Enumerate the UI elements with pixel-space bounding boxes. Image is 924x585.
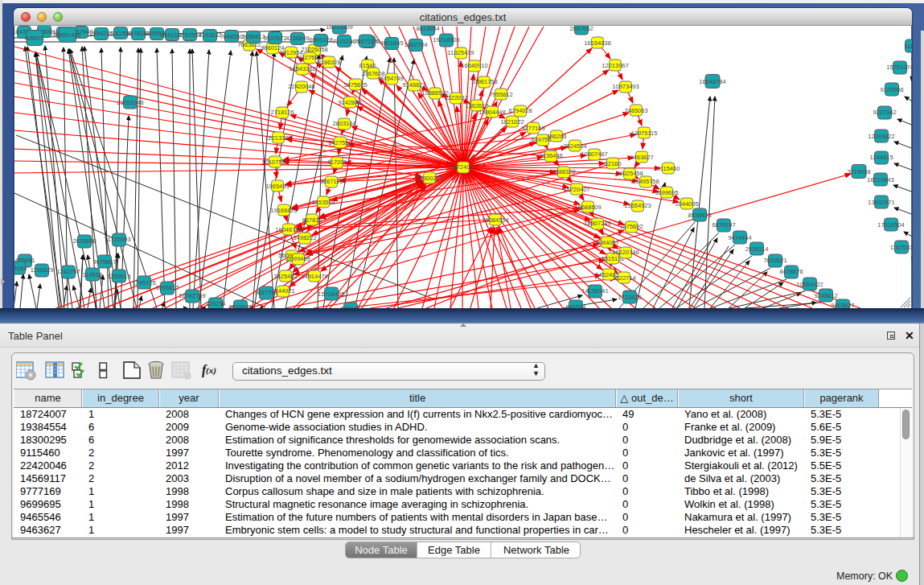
svg-text:19904448: 19904448: [478, 109, 505, 116]
svg-text:16543362: 16543362: [289, 65, 315, 72]
svg-text:3215958: 3215958: [847, 168, 870, 175]
svg-text:12213967: 12213967: [602, 62, 628, 69]
svg-text:7101226: 7101226: [332, 38, 355, 45]
svg-text:13692971: 13692971: [868, 199, 894, 206]
svg-text:22420046: 22420046: [288, 83, 314, 90]
svg-text:(x): (x): [206, 365, 216, 376]
svg-text:25300215: 25300215: [416, 175, 442, 182]
svg-text:867833: 867833: [302, 216, 322, 224]
svg-text:7485063: 7485063: [624, 107, 647, 114]
svg-text:13654923: 13654923: [624, 202, 651, 209]
svg-text:8478676: 8478676: [779, 268, 803, 275]
svg-text:1095817: 1095817: [155, 284, 179, 291]
svg-text:2803144: 2803144: [332, 120, 355, 127]
svg-text:1621022: 1621022: [500, 118, 524, 126]
svg-text:9474444: 9474444: [728, 234, 751, 241]
svg-text:16033809: 16033809: [326, 26, 352, 31]
svg-text:9463627: 9463627: [831, 302, 854, 308]
svg-text:12093822: 12093822: [868, 133, 894, 140]
svg-text:6099489: 6099489: [286, 255, 310, 262]
svg-text:11124: 11124: [904, 43, 912, 50]
svg-text:123234: 123234: [205, 300, 225, 307]
svg-text:8427552: 8427552: [328, 139, 351, 146]
svg-text:16648784: 16648784: [699, 78, 725, 85]
svg-text:7625402: 7625402: [273, 273, 297, 280]
svg-text:17016504: 17016504: [877, 221, 904, 229]
svg-text:10107552: 10107552: [261, 159, 288, 166]
svg-text:39154: 39154: [14, 265, 27, 272]
svg-text:12213303: 12213303: [265, 134, 291, 142]
svg-text:9146821: 9146821: [402, 81, 425, 89]
svg-text:1735993: 1735993: [107, 236, 130, 243]
svg-text:16495758: 16495758: [632, 178, 659, 185]
svg-text:10807487: 10807487: [581, 150, 607, 158]
svg-text:9537672: 9537672: [263, 35, 286, 42]
svg-text:16640910: 16640910: [461, 62, 487, 69]
svg-text:1244415: 1244415: [869, 154, 893, 161]
svg-text:10654122: 10654122: [796, 281, 823, 288]
svg-text:2136446: 2136446: [539, 152, 562, 159]
svg-text:1733426: 1733426: [618, 294, 641, 301]
svg-text:1250515: 1250515: [107, 273, 130, 280]
svg-text:10973493: 10973493: [612, 83, 639, 90]
svg-text:15716485: 15716485: [318, 290, 344, 298]
svg-text:1965493: 1965493: [265, 183, 289, 190]
svg-text:4801845: 4801845: [380, 39, 403, 47]
svg-text:2020656: 2020656: [72, 237, 96, 245]
svg-text:7955812: 7955812: [489, 91, 512, 98]
svg-text:14136141: 14136141: [581, 287, 608, 295]
svg-text:1242757: 1242757: [56, 268, 80, 275]
svg-text:6965328: 6965328: [309, 36, 332, 43]
svg-text:2718126: 2718126: [270, 109, 294, 116]
svg-text:7386322: 7386322: [552, 168, 575, 175]
svg-text:29053346: 29053346: [117, 99, 143, 106]
svg-text:19166825: 19166825: [270, 207, 297, 214]
svg-text:2087652: 2087652: [569, 26, 593, 32]
svg-text:2522714: 2522714: [612, 274, 635, 282]
svg-text:7632621: 7632621: [763, 257, 786, 264]
svg-text:23226058: 23226058: [301, 46, 327, 53]
svg-text:1795725: 1795725: [132, 279, 155, 286]
svg-text:16046788: 16046788: [275, 226, 302, 233]
svg-text:8938923: 8938923: [688, 212, 711, 219]
svg-text:18724007: 18724007: [450, 163, 476, 171]
svg-text:3624554: 3624554: [563, 142, 586, 150]
svg-text:13975115: 13975115: [631, 130, 658, 137]
svg-text:8454749: 8454749: [380, 75, 403, 82]
svg-text:7648350: 7648350: [220, 33, 243, 40]
svg-text:16782759: 16782759: [179, 292, 205, 299]
svg-text:9129966: 9129966: [880, 86, 903, 93]
svg-text:3056413: 3056413: [241, 33, 265, 40]
svg-text:2935114: 2935114: [745, 245, 769, 253]
svg-text:5875685: 5875685: [343, 81, 367, 89]
svg-text:11325419: 11325419: [448, 49, 474, 56]
svg-text:19218506: 19218506: [433, 36, 459, 43]
svg-text:3498222: 3498222: [293, 234, 316, 241]
svg-text:14914479: 14914479: [301, 273, 327, 280]
svg-text:9857791: 9857791: [254, 289, 277, 296]
svg-text:4238849: 4238849: [285, 35, 309, 42]
svg-text:10688609: 10688609: [574, 204, 601, 211]
svg-text:1644095: 1644095: [675, 200, 698, 208]
svg-text:7857224: 7857224: [354, 38, 377, 45]
svg-text:1156829: 1156829: [31, 266, 54, 274]
svg-text:417006: 417006: [326, 159, 347, 166]
svg-text:19384554: 19384554: [482, 216, 508, 224]
svg-text:10961758: 10961758: [470, 78, 497, 85]
svg-text:6794028: 6794028: [508, 107, 532, 114]
svg-text:9245612: 9245612: [814, 292, 837, 299]
svg-text:9242848: 9242848: [338, 99, 361, 106]
svg-text:6322037: 6322037: [444, 94, 467, 101]
svg-text:9777169: 9777169: [521, 125, 544, 132]
svg-text:16154838: 16154838: [584, 39, 610, 47]
svg-text:405572: 405572: [24, 35, 44, 42]
svg-text:1462704: 1462704: [404, 41, 427, 48]
svg-text:62160: 62160: [605, 160, 622, 167]
svg-text:7975692: 7975692: [619, 223, 643, 230]
svg-text:20691406: 20691406: [54, 31, 80, 39]
svg-text:4192832: 4192832: [198, 31, 221, 39]
svg-text:9975867: 9975867: [92, 258, 116, 266]
svg-text:18807249: 18807249: [584, 220, 610, 227]
svg-text:9699695: 9699695: [655, 189, 678, 196]
svg-text:1167533: 1167533: [890, 244, 912, 251]
